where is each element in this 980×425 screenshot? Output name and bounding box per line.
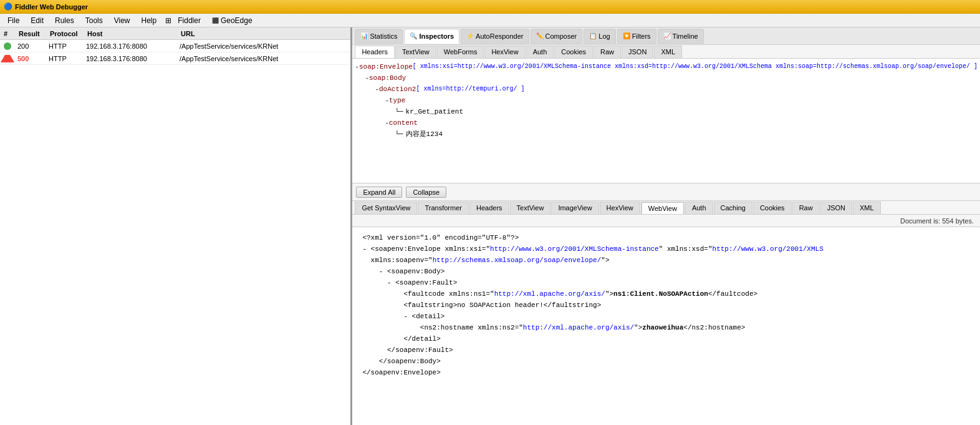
code-line: - <detail> [362, 311, 970, 322]
resp-tab-hexview[interactable]: HexView [600, 202, 640, 214]
col-url: URL [178, 30, 349, 37]
title-bar: 🔵 Fiddler Web Debugger [0, 0, 980, 14]
xml-buttons-row: Expand All Collapse [352, 183, 980, 201]
row1-url: /AppTestService/services/KRNet [177, 42, 350, 50]
req-tab-hexview[interactable]: HexView [484, 46, 525, 58]
resp-tab-caching[interactable]: Caching [714, 202, 752, 214]
tree-line: - type [385, 95, 978, 106]
code-line: <?xml version="1.0" encoding="UTF-8"?> [362, 232, 970, 243]
compose-icon: ✏️ [536, 32, 544, 39]
resp-tab-auth[interactable]: Auth [685, 202, 713, 214]
code-line: xmlns:soapenv="http://schemas.xmlsoap.or… [362, 255, 970, 266]
doc-info-text: Document is: 554 bytes. [900, 217, 974, 225]
table-row[interactable]: 500 HTTP 192.168.3.176:8080 /AppTestServ… [0, 52, 350, 65]
menu-help[interactable]: Help [137, 15, 162, 26]
req-tab-json[interactable]: JSON [622, 46, 653, 58]
expand-icon[interactable]: - [365, 72, 369, 84]
code-pane: <?xml version="1.0" encoding="UTF-8"?> -… [352, 227, 980, 425]
menu-geoedge[interactable]: ⬛ GeoEdge [207, 15, 257, 26]
req-tab-webforms[interactable]: WebForms [437, 46, 484, 58]
xml-tree-pane: - soap:Envelope [ xmlns:xsi=http://www.w… [352, 59, 980, 183]
col-protocol: Protocol [47, 30, 85, 37]
tab-statistics[interactable]: 📊 Statistics [355, 29, 403, 44]
col-result: Result [16, 30, 47, 37]
menu-bar: File Edit Rules Tools View Help ⊞ Fiddle… [0, 14, 980, 27]
tab-filters-label: Filters [632, 32, 651, 40]
resp-tab-cookies[interactable]: Cookies [753, 202, 792, 214]
resp-tab-headers[interactable]: Headers [469, 202, 509, 214]
col-number: # [1, 30, 16, 37]
req-tab-xml[interactable]: XML [654, 46, 682, 58]
tab-autoresponder-label: AutoResponder [476, 32, 523, 40]
row2-icon [0, 55, 15, 62]
req-tab-raw[interactable]: Raw [593, 46, 621, 58]
code-line: </detail> [362, 333, 970, 344]
tab-composer[interactable]: ✏️ Composer [531, 29, 583, 44]
row1-protocol: HTTP [46, 42, 84, 50]
tree-line: └─ kr_Get_patient [395, 106, 978, 117]
inspect-icon: 🔍 [410, 32, 417, 39]
sessions-list: 200 HTTP 192.168.3.176:8080 /AppTestServ… [0, 40, 350, 425]
code-line: <ns2:hostname xmlns:ns2="http://xml.apac… [362, 322, 970, 333]
tree-line: - soap:Envelope [ xmlns:xsi=http://www.w… [355, 61, 978, 72]
response-tabs: Get SyntaxView Transformer Headers TextV… [352, 201, 980, 215]
expand-all-button[interactable]: Expand All [356, 187, 402, 198]
expand-icon[interactable]: - [355, 61, 359, 72]
row1-result: 200 [15, 42, 46, 50]
leaf-icon: └─ [395, 106, 403, 117]
tab-filters[interactable]: 🔽 Filters [617, 29, 656, 44]
menu-separator: ⊞ [165, 16, 171, 25]
filter-icon: 🔽 [623, 32, 630, 39]
menu-tools[interactable]: Tools [80, 15, 108, 26]
sessions-pane: # Result Protocol Host URL 200 HTTP 192.… [0, 27, 352, 425]
top-toolbar: 📊 Statistics 🔍 Inspectors ⚡ AutoResponde… [352, 27, 980, 45]
auto-icon: ⚡ [466, 32, 474, 39]
resp-tab-json[interactable]: JSON [820, 202, 852, 214]
resp-tab-getsyntaxview[interactable]: Get SyntaxView [355, 202, 417, 214]
menu-view[interactable]: View [109, 15, 135, 26]
menu-fiddler[interactable]: Fiddler [173, 15, 206, 26]
doc-info: Document is: 554 bytes. [352, 215, 980, 227]
menu-rules[interactable]: Rules [50, 15, 79, 26]
code-line: </soapenv:Fault> [362, 344, 970, 356]
expand-icon[interactable]: - [385, 117, 389, 129]
resp-tab-transformer[interactable]: Transformer [418, 202, 469, 214]
tab-inspectors[interactable]: 🔍 Inspectors [404, 29, 459, 44]
row2-host: 192.168.3.176:8080 [84, 55, 177, 62]
tab-composer-label: Composer [545, 32, 577, 40]
tab-timeline[interactable]: 📈 Timeline [658, 29, 704, 44]
table-row[interactable]: 200 HTTP 192.168.3.176:8080 /AppTestServ… [0, 40, 350, 52]
tree-line: - doAction2 [ xmlns=http://tempuri.org/ … [375, 84, 978, 95]
tree-line: └─ 内容是1234 [395, 129, 978, 140]
code-line: </soapenv:Envelope> [362, 367, 970, 378]
resp-tab-webview[interactable]: WebView [641, 202, 685, 214]
req-tab-cookies[interactable]: Cookies [554, 46, 593, 58]
main-container: # Result Protocol Host URL 200 HTTP 192.… [0, 27, 980, 425]
row1-icon [0, 42, 15, 50]
tab-autoresponder[interactable]: ⚡ AutoResponder [461, 29, 529, 44]
req-tab-textview[interactable]: TextView [395, 46, 436, 58]
chart-icon: 📊 [360, 32, 368, 39]
row2-result: 500 [15, 55, 46, 62]
tab-timeline-label: Timeline [673, 32, 698, 40]
code-line: </soapenv:Body> [362, 356, 970, 367]
resp-tab-textview[interactable]: TextView [510, 202, 551, 214]
row1-host: 192.168.3.176:8080 [84, 42, 177, 50]
resp-tab-xml[interactable]: XML [853, 202, 881, 214]
app-icon: 🔵 [4, 2, 12, 11]
resp-tab-raw[interactable]: Raw [792, 202, 820, 214]
req-tab-auth[interactable]: Auth [526, 46, 554, 58]
expand-icon[interactable]: - [375, 84, 379, 95]
collapse-button[interactable]: Collapse [406, 187, 446, 198]
code-line: - <soapenv:Envelope xmlns:xsi="http://ww… [362, 243, 970, 255]
expand-icon[interactable]: - [385, 95, 389, 106]
leaf-icon: └─ [395, 129, 403, 140]
tree-line: - content [385, 117, 978, 129]
menu-file[interactable]: File [2, 15, 24, 26]
req-tab-headers[interactable]: Headers [355, 46, 395, 58]
resp-tab-imageview[interactable]: ImageView [551, 202, 598, 214]
sessions-header: # Result Protocol Host URL [0, 27, 350, 40]
tab-log[interactable]: 📋 Log [584, 29, 615, 44]
col-host: Host [85, 30, 178, 37]
menu-edit[interactable]: Edit [26, 15, 49, 26]
